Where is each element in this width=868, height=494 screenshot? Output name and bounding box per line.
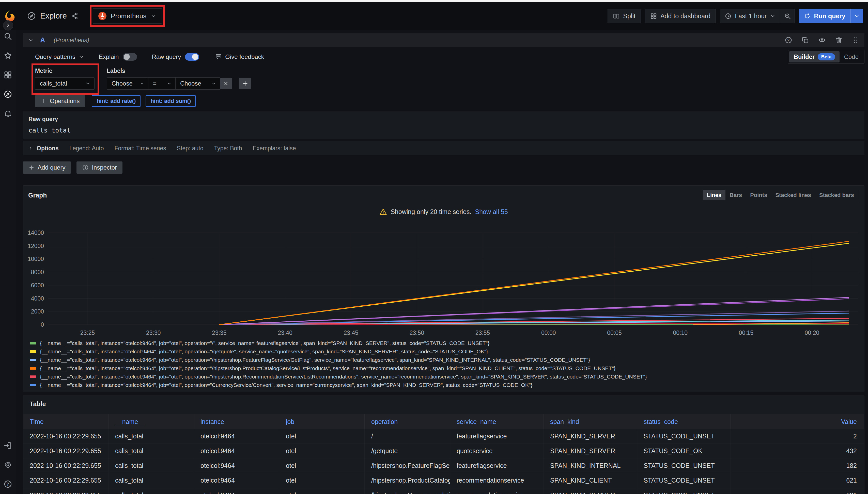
search-icon[interactable] bbox=[3, 32, 12, 41]
collapse-chevron-icon[interactable] bbox=[28, 37, 34, 43]
table-header-servicename[interactable]: service_name bbox=[450, 414, 543, 429]
legend-item[interactable]: {__name__="calls_total", instance="otelc… bbox=[30, 339, 859, 347]
zoom-out-button[interactable] bbox=[780, 9, 795, 23]
series-color-swatch[interactable] bbox=[30, 367, 36, 369]
table-cell: / bbox=[365, 429, 450, 443]
sidebar-expand-button[interactable] bbox=[3, 20, 13, 31]
query-patterns-dropdown[interactable]: Query patterns bbox=[35, 53, 84, 60]
raw-query-toggle[interactable] bbox=[185, 53, 199, 61]
svg-text:?: ? bbox=[788, 38, 790, 42]
datasource-picker[interactable]: Prometheus bbox=[93, 8, 162, 24]
remove-label-filter-button[interactable] bbox=[220, 78, 232, 89]
mode-stacked-bars[interactable]: Stacked bars bbox=[815, 190, 858, 200]
table-header-spankind[interactable]: span_kind bbox=[543, 414, 637, 429]
svg-text:2000: 2000 bbox=[31, 308, 44, 315]
svg-text:6000: 6000 bbox=[31, 282, 44, 289]
series-color-swatch[interactable] bbox=[30, 342, 36, 344]
drag-handle-icon[interactable] bbox=[852, 36, 860, 44]
label-name-value: Choose bbox=[111, 80, 133, 87]
table-header-Value[interactable]: Value bbox=[730, 414, 864, 429]
split-button[interactable]: Split bbox=[608, 8, 641, 23]
table-cell: 182 bbox=[730, 458, 864, 473]
table-cell: 621 bbox=[730, 488, 864, 494]
main-content: A (Prometheus) ? bbox=[16, 30, 868, 494]
mode-stacked-lines[interactable]: Stacked lines bbox=[771, 190, 815, 200]
graph-mode-toggle: LinesBarsPointsStacked linesStacked bars bbox=[702, 189, 859, 201]
hint-add-rate-button[interactable]: hint: add rate() bbox=[92, 95, 141, 107]
query-row-header[interactable]: A (Prometheus) ? bbox=[23, 33, 865, 47]
table-cell: 2022-10-16 00:22:29.655 bbox=[23, 444, 109, 458]
table-cell: /hipstershop.FeatureFlagServi... bbox=[365, 458, 450, 473]
close-icon bbox=[223, 80, 229, 87]
builder-mode-tab[interactable]: Builder Beta bbox=[789, 51, 839, 62]
help-icon[interactable]: ? bbox=[3, 480, 12, 489]
copy-icon[interactable] bbox=[801, 36, 809, 44]
run-query-button[interactable]: Run query bbox=[799, 8, 863, 23]
table-cell: otel bbox=[279, 458, 365, 473]
series-color-swatch[interactable] bbox=[30, 376, 36, 378]
run-query-main[interactable]: Run query bbox=[799, 13, 850, 20]
eye-icon[interactable] bbox=[818, 36, 826, 44]
explain-toggle[interactable] bbox=[123, 53, 137, 61]
table-header-name[interactable]: __name__ bbox=[109, 414, 194, 429]
table-header-statuscode[interactable]: status_code bbox=[637, 414, 730, 429]
run-query-label: Run query bbox=[814, 13, 845, 20]
legend-item[interactable]: {__name__="calls_total", instance="otelc… bbox=[30, 356, 859, 364]
time-range-picker[interactable]: Last 1 hour bbox=[720, 9, 780, 23]
series-color-swatch[interactable] bbox=[30, 350, 36, 353]
options-row[interactable]: Options Legend: Auto Format: Time series… bbox=[23, 141, 865, 155]
operations-button[interactable]: Operations bbox=[35, 95, 85, 107]
starred-icon[interactable] bbox=[3, 51, 12, 60]
run-query-dropdown[interactable] bbox=[850, 8, 863, 23]
table-cell: 2 bbox=[730, 429, 864, 443]
trash-icon[interactable] bbox=[835, 36, 843, 44]
hint-add-sum-button[interactable]: hint: add sum() bbox=[146, 95, 196, 107]
series-color-swatch[interactable] bbox=[30, 384, 36, 386]
metric-field: Metric calls_total bbox=[35, 68, 94, 90]
give-feedback-link[interactable]: Give feedback bbox=[215, 53, 264, 60]
mode-lines[interactable]: Lines bbox=[703, 190, 725, 200]
inspector-button[interactable]: Inspector bbox=[76, 162, 123, 174]
alerting-bell-icon[interactable] bbox=[3, 109, 12, 118]
add-label-filter-button[interactable] bbox=[239, 78, 251, 89]
table-row: 2022-10-16 00:22:29.655calls_totalotelco… bbox=[23, 473, 864, 488]
table-header-Time[interactable]: Time bbox=[23, 414, 109, 429]
metric-select[interactable]: calls_total bbox=[35, 77, 94, 90]
legend-item[interactable]: {__name__="calls_total", instance="otelc… bbox=[30, 364, 859, 373]
table-cell: SPAN_KIND_CLIENT bbox=[543, 473, 637, 488]
code-mode-tab[interactable]: Code bbox=[839, 51, 863, 62]
mode-bars[interactable]: Bars bbox=[725, 190, 746, 200]
explore-compass-icon[interactable] bbox=[3, 90, 12, 98]
legend-item[interactable]: {__name__="calls_total", instance="otelc… bbox=[30, 347, 859, 356]
series-color-swatch[interactable] bbox=[30, 359, 36, 361]
settings-gear-icon[interactable] bbox=[3, 460, 12, 469]
chevron-down-icon bbox=[150, 13, 157, 19]
legend-item[interactable]: {__name__="calls_total", instance="otelc… bbox=[30, 381, 859, 389]
top-navbar: Explore Prometheus bbox=[0, 2, 868, 30]
query-toolbar: Query patterns Explain Raw query Give fe… bbox=[23, 51, 865, 63]
chevron-down-icon bbox=[140, 81, 145, 86]
label-operator-select[interactable]: = bbox=[148, 77, 176, 90]
show-all-series-link[interactable]: Show all 55 bbox=[475, 208, 508, 215]
table-cell: otelcol:9464 bbox=[194, 488, 279, 494]
table-cell: 2022-10-16 00:22:29.655 bbox=[23, 473, 109, 488]
table-header-operation[interactable]: operation bbox=[365, 414, 450, 429]
legend-item[interactable]: {__name__="calls_total", instance="otelc… bbox=[30, 373, 859, 381]
table-header-job[interactable]: job bbox=[279, 414, 365, 429]
plus-icon bbox=[29, 165, 35, 171]
table-header-instance[interactable]: instance bbox=[194, 414, 279, 429]
label-name-select[interactable]: Choose bbox=[107, 77, 148, 90]
sign-in-icon[interactable] bbox=[3, 441, 12, 450]
series-label: {__name__="calls_total", instance="otelc… bbox=[40, 340, 489, 346]
question-circle-icon[interactable]: ? bbox=[785, 36, 792, 44]
dashboards-icon[interactable] bbox=[3, 71, 12, 79]
table-cell: STATUS_CODE_UNSET bbox=[637, 458, 730, 473]
share-icon[interactable] bbox=[71, 12, 78, 20]
label-value-select[interactable]: Choose bbox=[175, 77, 220, 90]
chart-container[interactable]: 23:2523:3023:3523:4023:4523:5023:5500:00… bbox=[28, 217, 859, 338]
add-query-button[interactable]: Add query bbox=[23, 162, 71, 174]
add-to-dashboard-button[interactable]: Add to dashboard bbox=[645, 8, 716, 23]
mode-points[interactable]: Points bbox=[746, 190, 771, 200]
table-cell: featureflagservice bbox=[450, 458, 543, 473]
query-patterns-label: Query patterns bbox=[35, 53, 75, 60]
